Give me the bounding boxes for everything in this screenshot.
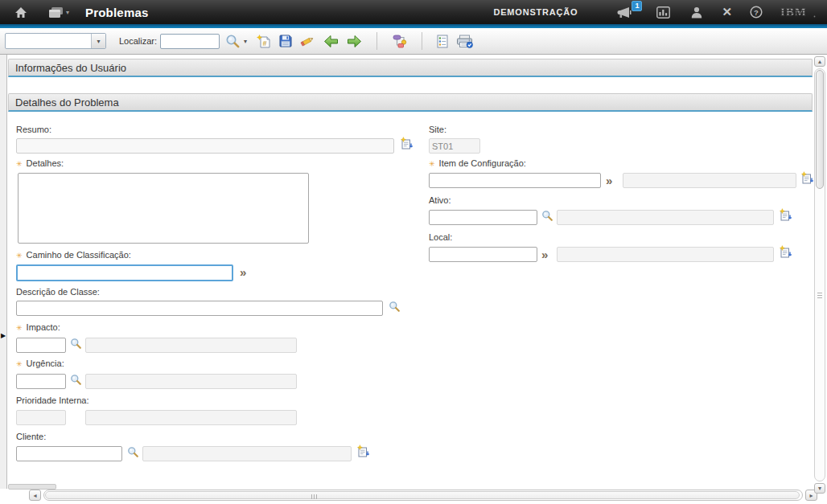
- required-icon: ✳: [16, 160, 23, 168]
- section-title: Detalhes do Problema: [15, 96, 119, 109]
- scroll-down-button[interactable]: ▾: [814, 483, 825, 494]
- required-icon: ✳: [429, 160, 435, 168]
- long-description-icon[interactable]: [779, 208, 792, 225]
- scroll-left-button[interactable]: ◂: [29, 490, 41, 501]
- saved-query-select[interactable]: ▾: [5, 33, 106, 49]
- workflow-button[interactable]: [392, 35, 407, 48]
- descricao-classe-label: Descrição de Classe:: [16, 287, 100, 297]
- toolbar-separator: [376, 32, 377, 50]
- ibm-logo: IBM: [779, 6, 816, 18]
- prioridade-interna-label: Prioridade Interna:: [16, 395, 89, 405]
- help-icon[interactable]: ?: [750, 6, 763, 18]
- toolbar-separator: [422, 32, 422, 50]
- lookup-magnifier-icon[interactable]: [70, 338, 82, 353]
- save-button[interactable]: [279, 35, 292, 47]
- descricao-classe-input[interactable]: [16, 301, 383, 316]
- svg-text:IBM: IBM: [780, 6, 807, 18]
- cliente-input[interactable]: [16, 446, 122, 461]
- horizontal-scrollbar[interactable]: [43, 490, 803, 501]
- titlebar: ▾ Problemas DEMONSTRAÇÃO 1 ✕ ? IBM: [0, 0, 827, 24]
- cliente-description-field: [142, 446, 352, 461]
- collapsed-sidebar-strip: ▶: [0, 55, 7, 489]
- vertical-scrollbar[interactable]: [814, 68, 825, 481]
- chevron-down-icon: ▾: [66, 9, 69, 16]
- long-description-icon[interactable]: [800, 171, 814, 188]
- ativo-description-field: [557, 210, 774, 225]
- long-description-icon[interactable]: [400, 137, 414, 154]
- search-options-caret-icon[interactable]: ▾: [244, 38, 247, 45]
- select-value-chevron-icon[interactable]: »: [606, 174, 612, 187]
- megaphone-icon: [616, 6, 632, 18]
- ativo-label: Ativo:: [429, 195, 451, 205]
- urgencia-label: ✳ Urgência:: [16, 359, 64, 368]
- home-icon[interactable]: [14, 6, 27, 18]
- horizontal-scrollbar-thumb[interactable]: [45, 491, 800, 499]
- profile-icon[interactable]: [691, 6, 702, 18]
- impacto-description-field: [85, 338, 297, 353]
- goto-menu-button[interactable]: ▾: [48, 6, 69, 18]
- application-window: ▾ Problemas DEMONSTRAÇÃO 1 ✕ ? IBM ▾ Loc…: [0, 0, 827, 504]
- saved-query-dropdown-button[interactable]: ▾: [91, 34, 105, 48]
- corner-spacer: [8, 484, 56, 490]
- caminho-classificacao-input[interactable]: [16, 264, 233, 281]
- required-icon: ✳: [16, 252, 23, 260]
- prioridade-description-field: [85, 410, 297, 425]
- clear-changes-button[interactable]: [300, 35, 315, 47]
- goto-apps-icon: [48, 6, 64, 18]
- vertical-scrollbar-thumb[interactable]: [816, 70, 824, 189]
- search-icon[interactable]: [225, 34, 241, 49]
- chevron-down-icon: ▾: [97, 38, 100, 45]
- impacto-input[interactable]: [16, 338, 66, 353]
- lookup-magnifier-icon[interactable]: [541, 210, 553, 225]
- logout-close-icon[interactable]: ✕: [722, 5, 732, 19]
- svg-text:#: #: [263, 39, 267, 47]
- classify-chevron-icon[interactable]: »: [240, 266, 246, 279]
- toolbar: ▾ Localizar: ▾ #: [0, 28, 827, 55]
- lookup-magnifier-icon[interactable]: [70, 374, 82, 389]
- prioridade-interna-field: [16, 410, 66, 425]
- section-header-problem-details[interactable]: Detalhes do Problema: [8, 93, 813, 112]
- detalhes-textarea[interactable]: [18, 173, 309, 244]
- resumo-input[interactable]: [16, 138, 394, 154]
- local-description-field: [557, 247, 774, 262]
- svg-text:?: ?: [754, 8, 759, 17]
- local-input[interactable]: [429, 247, 537, 262]
- select-value-chevron-icon[interactable]: »: [541, 248, 548, 261]
- reports-button[interactable]: [437, 35, 448, 48]
- caminho-classificacao-label: ✳ Caminho de Classificação:: [16, 250, 131, 260]
- print-button[interactable]: [456, 35, 473, 48]
- local-label: Local:: [429, 232, 452, 242]
- find-input[interactable]: [160, 34, 220, 49]
- announcements-button[interactable]: 1: [616, 6, 632, 18]
- detalhes-label: ✳ Detalhes:: [16, 158, 64, 168]
- site-label: Site:: [429, 125, 446, 134]
- previous-record-button[interactable]: [323, 35, 339, 48]
- page-title: Problemas: [85, 6, 149, 19]
- required-icon: ✳: [16, 360, 23, 368]
- next-record-button[interactable]: [347, 35, 362, 48]
- item-configuracao-input[interactable]: [429, 173, 601, 188]
- item-configuracao-description-field: [623, 173, 796, 188]
- resumo-label: Resumo:: [16, 125, 51, 134]
- cliente-label: Cliente:: [16, 432, 46, 441]
- reports-chart-icon[interactable]: [656, 6, 670, 18]
- ativo-input[interactable]: [429, 210, 537, 225]
- scrollbar-grip: [817, 293, 822, 298]
- urgencia-description-field: [85, 374, 297, 389]
- long-description-icon[interactable]: [356, 445, 370, 461]
- urgencia-input[interactable]: [16, 374, 66, 389]
- impacto-label: ✳ Impacto:: [16, 322, 60, 332]
- item-configuracao-label: ✳ Item de Configuração:: [429, 158, 526, 168]
- section-title: Informações do Usuário: [15, 62, 126, 74]
- long-description-icon[interactable]: [779, 245, 792, 262]
- sidebar-expand-handle[interactable]: ▶: [1, 333, 6, 339]
- section-header-user-info[interactable]: Informações do Usuário: [8, 59, 813, 77]
- site-field: [429, 138, 480, 154]
- notification-badge: 1: [632, 1, 642, 11]
- lookup-magnifier-icon[interactable]: [127, 446, 139, 461]
- lookup-magnifier-icon[interactable]: [389, 301, 401, 316]
- scrollbar-grip: [311, 494, 317, 499]
- new-record-button[interactable]: #: [257, 35, 271, 48]
- required-icon: ✳: [16, 324, 23, 332]
- scroll-up-button[interactable]: ▴: [814, 56, 825, 67]
